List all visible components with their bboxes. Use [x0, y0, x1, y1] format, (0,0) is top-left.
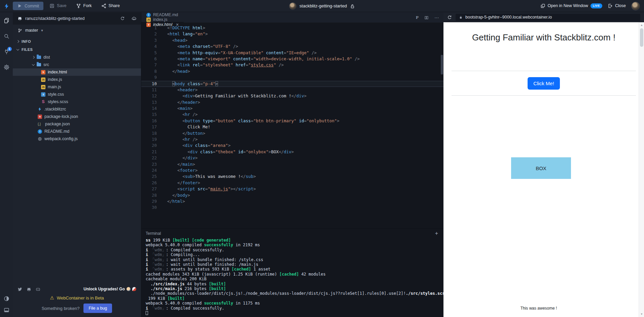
close-label: Close — [615, 3, 626, 8]
fork-icon — [76, 3, 81, 8]
code-line-11[interactable]: 11 <header> — [141, 87, 443, 93]
code-line-4[interactable]: 4 <meta charset="UTF-8" /> — [141, 43, 443, 50]
tree-item-style.css[interactable]: 3style.css — [13, 91, 141, 98]
more-actions-button[interactable]: ⋯ — [434, 15, 439, 20]
tree-item-README.md[interactable]: iREADME.md — [13, 128, 141, 135]
code-line-26[interactable]: 26 </footer> — [141, 180, 443, 186]
repo-name[interactable]: ranuzz/stackblitz-getting-started — [25, 16, 84, 21]
discord-link[interactable] — [36, 286, 40, 292]
code-line-28[interactable]: 28 </body> — [141, 192, 443, 198]
save-button[interactable]: Save — [46, 3, 70, 8]
folder-open-icon — [37, 63, 41, 66]
topbar-actions-left: Commit Save Fork Share — [13, 2, 123, 10]
download-button[interactable] — [132, 16, 136, 21]
tree-item-package-lock.json[interactable]: npackage-lock.json — [13, 113, 141, 120]
tree-item-styles.scss[interactable]: Sstyles.scss — [13, 98, 141, 105]
tree-item-package.json[interactable]: {..}package.json — [13, 120, 141, 128]
tab-index.js[interactable]: JSindex.js — [141, 17, 184, 22]
code-line-12[interactable]: 12 <div>Getting Familiar with Stackblitz… — [141, 93, 443, 99]
rail-gear-button[interactable] — [4, 64, 9, 70]
tree-item-dist[interactable]: dist — [13, 54, 141, 61]
terminal-panel: Terminal + ss 199 KiB [built] [code gene… — [141, 228, 443, 317]
share-button[interactable]: Share — [98, 3, 123, 8]
preview-scrollbar[interactable]: ▲ ▼ — [639, 22, 644, 317]
code-line-29[interactable]: 29</html> — [141, 198, 443, 204]
code-line-25[interactable]: 25 <sub>This was awesome !</sub> — [141, 173, 443, 180]
code-line-30[interactable]: 30 — [141, 204, 443, 211]
code-line-7[interactable]: 7 <link rel="stylesheet" href="style.css… — [141, 62, 443, 68]
code-line-27[interactable]: 27 <script src="main.js"></script> — [141, 186, 443, 192]
tree-item-.stackblitzrc[interactable]: .stackblitzrc — [13, 105, 141, 113]
address-field[interactable]: bootstrap-5-gvhlnr--9000.local.webcontai… — [456, 14, 640, 21]
beta-warning: ⚠ WebContainer is in Beta — [17, 295, 136, 300]
rail-panel-bottom-button[interactable] — [4, 307, 9, 313]
rail-contrast-button[interactable] — [4, 295, 9, 301]
line-number: 3 — [141, 37, 157, 43]
tree-item-index.js[interactable]: JSindex.js — [13, 76, 141, 83]
code-editor[interactable]: 1<!DOCTYPE html>2<html lang="en">3 <head… — [141, 23, 443, 228]
live-badge: LIVE — [591, 3, 602, 8]
code-line-15[interactable]: 15 <hr /> — [141, 112, 443, 118]
prettier-button[interactable]: P — [416, 15, 419, 20]
twitter-link[interactable] — [17, 286, 22, 292]
sync-button[interactable] — [120, 16, 125, 21]
code-line-16[interactable]: 16 <button type="button" class="btn btn-… — [141, 118, 443, 124]
refresh-button[interactable] — [447, 14, 452, 20]
code-line-2[interactable]: 2<html lang="en"> — [141, 31, 443, 37]
code-line-18[interactable]: 18 </button> — [141, 130, 443, 136]
terminal-line: ./node_modules/css-loader/dist/cjs.js!./… — [146, 291, 439, 296]
rail-plug-button[interactable]: 1 — [4, 49, 9, 55]
close-button[interactable]: Close — [608, 3, 626, 8]
new-terminal-button[interactable]: + — [435, 230, 438, 236]
fork-button[interactable]: Fork — [73, 3, 95, 8]
commit-button[interactable]: Commit — [13, 2, 43, 10]
code-line-13[interactable]: 13 </header> — [141, 99, 443, 105]
code-line-17[interactable]: 17 Click Me! — [141, 124, 443, 130]
stackblitz-logo[interactable] — [0, 3, 13, 9]
tree-item-src[interactable]: src — [13, 61, 141, 68]
tree-item-webpack.config.js[interactable]: webpack.config.js — [13, 135, 141, 142]
code-line-1[interactable]: 1<!DOCTYPE html> — [141, 25, 443, 31]
code-line-23[interactable]: 23 </main> — [141, 161, 443, 167]
file-name: main.js — [48, 85, 61, 89]
info-section-header[interactable]: INFO — [13, 37, 141, 45]
tree-item-index.html[interactable]: 5index.html — [13, 68, 141, 76]
code-line-14[interactable]: 14 <main> — [141, 105, 443, 112]
files-section-header[interactable]: FILES — [13, 45, 141, 54]
preview-content: Getting Familiar with Stackblitz.com ! C… — [443, 22, 644, 317]
rail-search-button[interactable] — [4, 33, 9, 39]
editor-scrollbar-thumb[interactable] — [441, 55, 443, 74]
terminal-cursor — [146, 311, 148, 315]
branch-selector[interactable]: master ▾ — [13, 25, 141, 36]
split-editor-button[interactable] — [424, 14, 429, 21]
code-line-22[interactable]: 22 </div> — [141, 155, 443, 161]
notification-badge: 1 — [7, 47, 12, 51]
scroll-up-icon[interactable]: ▲ — [639, 24, 644, 27]
code-line-20[interactable]: 20 <div class="arena"> — [141, 142, 443, 149]
unlock-upgrades-link[interactable]: Unlock Upgrades! Go — [83, 287, 136, 291]
code-line-3[interactable]: 3 <head> — [141, 37, 443, 43]
github-link[interactable] — [27, 286, 31, 292]
code-line-21[interactable]: 21 <div class="thebox" id="onlybox">BOX<… — [141, 149, 443, 155]
tree-item-main.js[interactable]: JSmain.js — [13, 83, 141, 91]
code-line-9[interactable]: 9 — [141, 74, 443, 81]
code-line-5[interactable]: 5 <meta http-equiv="X-UA-Compatible" con… — [141, 50, 443, 56]
terminal-output[interactable]: ss 199 KiB [built] [code generated]webpa… — [146, 238, 439, 316]
open-new-window-button[interactable]: Open in New Window LIVE — [540, 3, 603, 8]
rail-files-button[interactable] — [4, 17, 9, 23]
preview-scrollbar-thumb[interactable] — [640, 28, 643, 47]
code-line-19[interactable]: 19 <hr /> — [141, 136, 443, 142]
user-avatar[interactable] — [631, 2, 640, 10]
code-line-10[interactable]: 10 <body class="p-4"> — [141, 81, 443, 87]
project-name[interactable]: stackblitz-getting-started — [299, 3, 347, 8]
file-a-bug-button[interactable]: File a bug — [83, 304, 112, 313]
code-line-6[interactable]: 6 <meta name="viewport" content="width=d… — [141, 56, 443, 62]
preview-heading: Getting Familiar with Stackblitz.com ! — [457, 32, 631, 43]
code-line-24[interactable]: 24 <footer> — [141, 167, 443, 173]
code-line-8[interactable]: 8 </head> — [141, 68, 443, 74]
terminal-line: cacheable modules 200 KiB — [146, 277, 439, 281]
editor-tools: P ⋯ — [416, 12, 439, 23]
scroll-down-icon[interactable]: ▼ — [639, 313, 644, 316]
click-me-button[interactable]: Click Me! — [528, 77, 560, 90]
tab-README.md[interactable]: iREADME.md — [141, 12, 184, 17]
